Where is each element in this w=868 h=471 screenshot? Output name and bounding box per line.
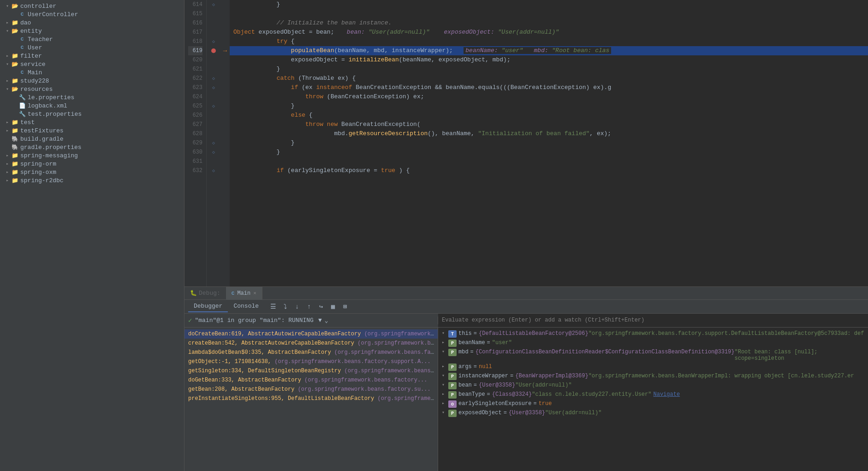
tab-close-icon[interactable]: ×	[253, 291, 256, 296]
var-item-args[interactable]: ▸Pargs=null	[438, 363, 868, 372]
sidebar-item-testFixtures[interactable]: 📁testFixtures	[0, 126, 184, 135]
sidebar-item-test[interactable]: 📁test	[0, 118, 184, 126]
folder-arrow-test[interactable]	[4, 119, 11, 126]
folder-arrow-controller[interactable]	[4, 2, 11, 10]
sidebar-item-le.properties[interactable]: 🔧le.properties	[0, 93, 184, 101]
arrow-cell-616	[220, 18, 230, 28]
code-lines[interactable]: } // Initialize the bean instance.Object…	[230, 0, 868, 286]
sidebar-item-spring-r2dbc[interactable]: 📁spring-r2dbc	[0, 176, 184, 185]
frame-item-5[interactable]: doGetBean:333, AbstractBeanFactory (org.…	[184, 376, 438, 385]
var-item-exposedObject[interactable]: ▾PexposedObject={User@3358} "User(addr=n…	[438, 409, 868, 418]
line-num-617: 617	[188, 28, 202, 37]
sidebar-item-Main[interactable]: CMain	[0, 68, 184, 77]
folder-arrow-spring-oxm[interactable]	[4, 168, 11, 176]
sidebar-item-dao[interactable]: 📁dao	[0, 18, 184, 27]
code-view[interactable]: 6146156166176186196206216226236246256266…	[184, 0, 868, 286]
line-num-628: 628	[188, 129, 202, 138]
toolbar-step-out[interactable]: ↑	[304, 302, 314, 312]
folder-arrow-entity[interactable]	[4, 27, 11, 35]
var-expand-mbd[interactable]: ▾	[442, 349, 448, 354]
sidebar-item-User[interactable]: CUser	[0, 43, 184, 52]
var-icon-mbd: P	[448, 349, 457, 356]
eval-placeholder: Evaluate expression (Enter) or add a wat…	[442, 317, 644, 323]
sidebar-item-filter[interactable]: 📁filter	[0, 52, 184, 60]
var-expand-instanceWrapper[interactable]: ▾	[442, 373, 448, 378]
sidebar-label-filter: filter	[20, 53, 42, 60]
frame-item-4[interactable]: getSingleton:334, DefaultSingletonBeanRe…	[184, 366, 438, 376]
sidebar-item-spring-oxm[interactable]: 📁spring-oxm	[0, 168, 184, 176]
sidebar-item-UserController[interactable]: CUserController	[0, 10, 184, 18]
sidebar-item-gradle.properties[interactable]: 🐘gradle.properties	[0, 143, 184, 151]
var-item-bean[interactable]: ▾Pbean={User@3358} "User(addr=null)"	[438, 381, 868, 390]
folder-arrow-study228[interactable]	[4, 77, 11, 84]
frame-item-0[interactable]: doCreateBean:619, AbstractAutowireCapabl…	[184, 329, 438, 339]
toolbar-step-into[interactable]: ↓	[292, 302, 302, 312]
frame-item-2[interactable]: lambda$doGetBean$0:335, AbstractBeanFact…	[184, 348, 438, 357]
var-value-args: null	[479, 364, 492, 370]
toolbar-frames[interactable]: ▦	[328, 302, 338, 312]
sidebar-item-study228[interactable]: 📁study228	[0, 77, 184, 85]
sidebar-item-Teacher[interactable]: CTeacher	[0, 35, 184, 43]
toolbar-watch[interactable]: ⊞	[340, 302, 350, 312]
sidebar-item-controller[interactable]: 📂controller	[0, 2, 184, 10]
file-tab-main[interactable]: C Main ×	[226, 287, 262, 300]
var-item-instanceWrapper[interactable]: ▾PinstanceWrapper={BeanWrapperImpl@3369}…	[438, 372, 868, 381]
folder-icon-service: 📂	[11, 60, 18, 68]
var-expand-beanName[interactable]: ▸	[442, 340, 448, 345]
folder-arrow-filter[interactable]	[4, 52, 11, 60]
breakpoint-619[interactable]	[211, 48, 216, 53]
var-nav-beanType[interactable]: Navigate	[653, 391, 680, 398]
folder-arrow-dao[interactable]	[4, 19, 11, 26]
frame-method-5: doGetBean:333, AbstractBeanFactory	[188, 377, 304, 383]
arrow-cell-625	[220, 101, 230, 111]
tab-console[interactable]: Console	[228, 301, 264, 312]
frame-item-3[interactable]: getObject:-1, 1710814638, (org.springfra…	[184, 357, 438, 366]
tab-debugger[interactable]: Debugger	[188, 301, 228, 312]
folder-arrow-spring-messaging[interactable]	[4, 152, 11, 159]
var-expand-exposedObject[interactable]: ▾	[442, 410, 448, 415]
frame-item-7[interactable]: preInstantiateSingletons:955, DefaultLis…	[184, 394, 438, 403]
sidebar-item-spring-orm[interactable]: 📁spring-orm	[0, 160, 184, 168]
frame-item-1[interactable]: createBean:542, AbstractAutowireCapableB…	[184, 339, 438, 348]
gutter-bookmark-629: ◇	[212, 140, 215, 146]
sidebar-item-service[interactable]: 📂service	[0, 60, 184, 68]
var-name-instanceWrapper: instanceWrapper	[458, 373, 508, 379]
folder-arrow-resources[interactable]	[4, 85, 11, 93]
var-item-beanType[interactable]: ▸PbeanType={Class@3324} "class cn.lele.s…	[438, 390, 868, 399]
var-item-beanName[interactable]: ▸PbeanName="user"	[438, 339, 868, 348]
folder-arrow-testFixtures[interactable]	[4, 127, 11, 134]
sidebar-item-spring-messaging[interactable]: 📁spring-messaging	[0, 151, 184, 160]
project-sidebar[interactable]: 📂controllerCUserController📁dao📂entityCTe…	[0, 0, 184, 471]
var-item-earlySingletonExposure[interactable]: ▸oearlySingletonExposure=true	[438, 399, 868, 409]
var-expand-earlySingletonExposure[interactable]: ▸	[442, 400, 448, 406]
dropdown-icon[interactable]: ⌄	[325, 317, 328, 324]
folder-arrow-spring-r2dbc[interactable]	[4, 177, 11, 184]
var-item-this[interactable]: ▾Tthis={DefaultListableBeanFactory@2506}…	[438, 329, 868, 339]
var-item-mbd[interactable]: ▾Pmbd={ConfigurationClassBeanDefinitionR…	[438, 348, 868, 363]
toolbar-list-btn[interactable]: ☰	[268, 302, 278, 312]
frame-item-6[interactable]: getBean:208, AbstractBeanFactory (org.sp…	[184, 385, 438, 394]
frame-package-6: (org.springframework.beans.factory.su...	[298, 386, 431, 393]
folder-arrow-spring-orm[interactable]	[4, 160, 11, 167]
var-value-bean: {User@3358}	[479, 382, 515, 388]
folder-arrow-service[interactable]	[4, 60, 11, 68]
var-expand-args[interactable]: ▸	[442, 364, 448, 369]
arrow-cell-630	[220, 148, 230, 157]
var-expand-bean[interactable]: ▾	[442, 382, 448, 388]
variables-panel[interactable]: ▾Tthis={DefaultListableBeanFactory@2506}…	[438, 328, 868, 471]
sidebar-item-test.properties[interactable]: 🔧test.properties	[0, 110, 184, 118]
filter-icon[interactable]: ▼	[318, 317, 322, 324]
sidebar-item-logback.xml[interactable]: 📄logback.xml	[0, 101, 184, 110]
gutter-cell-629: ◇	[207, 138, 220, 148]
code-line-619: populateBean(beanName, mbd, instanceWrap…	[230, 46, 868, 55]
stack-frames[interactable]: doCreateBean:619, AbstractAutowireCapabl…	[184, 328, 438, 471]
class-icon-Main: C	[18, 69, 26, 76]
toolbar-step-over[interactable]: ⤵	[280, 302, 290, 312]
var-expand-this[interactable]: ▾	[442, 330, 448, 336]
toolbar-run-cursor[interactable]: ↪	[316, 302, 326, 312]
var-expand-beanType[interactable]: ▸	[442, 391, 448, 397]
eval-expression-bar[interactable]: Evaluate expression (Enter) or add a wat…	[438, 314, 868, 328]
sidebar-item-resources[interactable]: 📂resources	[0, 85, 184, 93]
sidebar-item-entity[interactable]: 📂entity	[0, 27, 184, 35]
sidebar-item-build.gradle[interactable]: 🐘build.gradle	[0, 135, 184, 143]
